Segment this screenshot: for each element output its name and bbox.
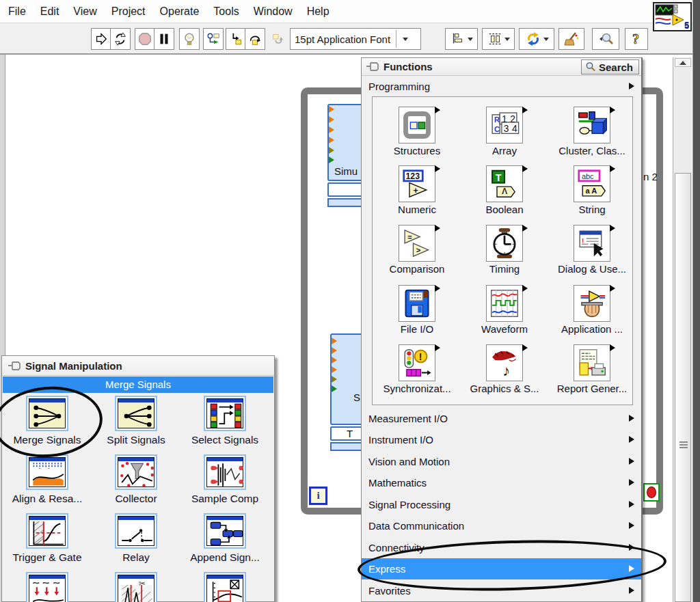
file-io-icon: [399, 285, 435, 322]
palette-item-relay[interactable]: Relay: [95, 513, 177, 564]
palette-item-graphics-sound[interactable]: ♪ Graphics & S...: [461, 344, 548, 394]
category-measurement-io[interactable]: Measurement I/O: [362, 408, 641, 429]
menu-operate[interactable]: Operate: [160, 5, 200, 18]
vi-icon[interactable]: 5 5: [653, 2, 692, 31]
svg-text:T: T: [496, 173, 502, 183]
vi1-terminal-1[interactable]: [329, 106, 334, 113]
palette-item-align-resample[interactable]: Align & Resa...: [6, 454, 88, 505]
palette-item-label: Trigger & Gate: [6, 551, 88, 564]
category-mathematics[interactable]: Mathematics: [362, 472, 641, 493]
retain-wire-values-button[interactable]: [203, 28, 224, 50]
scrollbar-thumb[interactable]: [675, 173, 691, 602]
distribute-objects-button[interactable]: [482, 28, 515, 50]
run-continuously-button[interactable]: [110, 28, 131, 50]
clean-up-diagram-button[interactable]: [558, 28, 584, 50]
loop-iteration-terminal[interactable]: i: [309, 487, 327, 505]
palette-item-array[interactable]: RC1234 Array: [461, 107, 548, 156]
palette-item-numeric[interactable]: 123+ Numeric: [374, 165, 460, 215]
run-button[interactable]: [91, 28, 111, 50]
submenu-arrow-icon: [629, 587, 634, 594]
palette-item-timing[interactable]: Timing: [461, 225, 548, 275]
category-data-communication[interactable]: Data Communication: [362, 515, 641, 536]
vi1-label: Simu: [334, 165, 358, 177]
palette-item-label: Application ...: [549, 323, 635, 335]
category-instrument-io[interactable]: Instrument I/O: [362, 429, 641, 450]
search-button-toolbar[interactable]: [592, 28, 619, 50]
palette-item-label: Structures: [374, 145, 460, 156]
menu-window[interactable]: Window: [254, 5, 293, 18]
toolbar: 15pt Application Font ?: [0, 23, 700, 55]
menu-project[interactable]: Project: [111, 5, 146, 18]
palette-item-sample-compression[interactable]: Sample Comp: [184, 454, 266, 505]
menu-edit[interactable]: Edit: [40, 5, 59, 18]
palette-item-label: Comparison: [374, 263, 460, 275]
palette-item-cutoff-2[interactable]: ✂: [95, 572, 177, 602]
vi1-terminal-4[interactable]: [329, 137, 334, 143]
palette-item-boolean[interactable]: TΛ Boolean: [461, 165, 548, 215]
vi2-terminal-5[interactable]: [332, 376, 337, 383]
palette-item-cutoff-3[interactable]: [184, 572, 266, 602]
palette-item-comparison[interactable]: => Comparison: [374, 225, 460, 275]
step-out-button[interactable]: [268, 28, 287, 50]
run-continuously-icon: [113, 31, 128, 46]
palette-item-split-signals[interactable]: Split Signals: [95, 396, 177, 446]
abort-button[interactable]: [135, 28, 154, 50]
palette-item-collector[interactable]: Collector: [95, 454, 177, 505]
category-signal-processing[interactable]: Signal Processing: [362, 494, 641, 515]
trigger-gate-icon: [26, 513, 68, 549]
context-help-button[interactable]: ?: [625, 28, 648, 50]
svg-text:C: C: [494, 125, 500, 133]
palette-item-dialog-user[interactable]: ! Dialog & Use...: [549, 225, 635, 275]
pin-icon[interactable]: [366, 61, 379, 72]
menu-tools[interactable]: Tools: [213, 5, 239, 18]
step-into-button[interactable]: [226, 28, 245, 50]
vi2-terminal-1[interactable]: [332, 338, 337, 344]
palette-item-file-io[interactable]: File I/O: [374, 285, 460, 335]
graphics-sound-icon: ♪: [486, 344, 523, 381]
palette-item-append-signals[interactable]: Append Sign...: [184, 513, 266, 564]
append-signals-icon: [204, 513, 246, 549]
vi1-terminal-5[interactable]: [329, 147, 334, 154]
palette-item-string[interactable]: abca A String: [549, 165, 635, 215]
vi1-terminal-3[interactable]: [329, 126, 334, 133]
palette-item-cluster-class[interactable]: Cluster, Clas...: [549, 107, 635, 156]
menu-view[interactable]: View: [73, 5, 96, 18]
pause-button[interactable]: [154, 28, 174, 50]
svg-text:+: +: [414, 186, 418, 195]
category-vision-and-motion[interactable]: Vision and Motion: [362, 451, 641, 472]
font-selector[interactable]: 15pt Application Font: [290, 28, 421, 50]
palette-item-report-generation[interactable]: Report Gener...: [549, 344, 635, 394]
align-objects-button[interactable]: [445, 28, 478, 50]
vi2-terminal-4[interactable]: [332, 366, 337, 373]
palette-item-structures[interactable]: Structures: [374, 107, 460, 156]
relay-icon: [115, 513, 157, 549]
vi2-terminal-6[interactable]: [332, 385, 337, 392]
palette-item-trigger-gate[interactable]: Trigger & Gate: [6, 513, 88, 564]
reorder-button[interactable]: [519, 28, 554, 50]
synchronization-icon: !: [399, 344, 435, 381]
scrollbar-up-button[interactable]: [675, 58, 691, 67]
stop-button-terminal[interactable]: [643, 483, 660, 502]
palette-item-synchronization[interactable]: ! Synchronizat...: [374, 344, 460, 394]
dialog-user-interface-icon: !: [574, 225, 610, 262]
vi2-terminal-3[interactable]: [332, 357, 337, 364]
structures-icon: [399, 107, 435, 143]
search-button[interactable]: Search: [581, 59, 639, 74]
palette-item-select-signals[interactable]: Select Signals: [184, 396, 266, 446]
palette-item-waveform[interactable]: Waveform: [461, 285, 548, 335]
vi1-terminal-2[interactable]: [329, 116, 334, 123]
vi2-terminal-2[interactable]: [332, 347, 337, 354]
palette-item-cutoff-1[interactable]: [6, 572, 88, 602]
menu-file[interactable]: File: [8, 5, 26, 18]
distribute-objects-caret-icon: [504, 38, 510, 41]
vi1-terminal-6[interactable]: [329, 156, 334, 163]
category-programming[interactable]: Programming: [362, 76, 641, 97]
palette-item-label: File I/O: [374, 323, 460, 335]
highlight-execution-button[interactable]: [179, 28, 200, 50]
palette-item-label: Graphics & S...: [461, 383, 548, 394]
step-over-button[interactable]: [245, 28, 265, 50]
cutoff-icon-1: [26, 572, 68, 602]
palette-item-application-control[interactable]: Application ...: [549, 285, 635, 335]
menu-help[interactable]: Help: [307, 5, 329, 18]
pin-icon[interactable]: [8, 361, 21, 371]
